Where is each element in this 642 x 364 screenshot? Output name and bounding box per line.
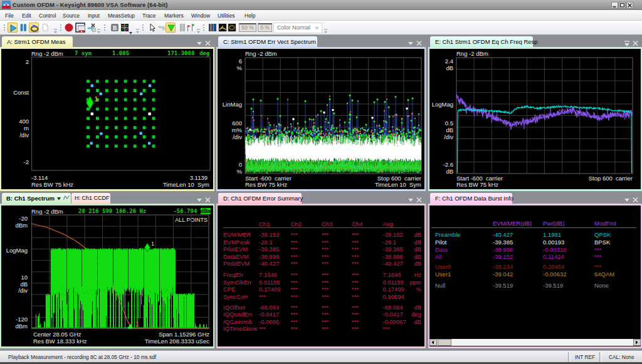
table-cell: *** (322, 279, 329, 286)
maximize-button[interactable] (619, 2, 626, 9)
toolbar-overflow-icon[interactable] (196, 26, 201, 31)
color-mode-combobox[interactable]: Color Normal (273, 23, 322, 33)
table-cell: *** (322, 271, 329, 278)
bold-b-button[interactable]: B (110, 23, 120, 33)
table-cell: -38.998 (259, 253, 279, 260)
minimize-button[interactable] (611, 2, 618, 9)
toolbar-grip[interactable] (142, 24, 144, 31)
panel-F-controls[interactable] (623, 195, 639, 202)
menu-bar: FileEditControlSourceInputMeasSetupTrace… (0, 10, 642, 21)
toolbar-overflow-icon[interactable] (324, 26, 328, 31)
eye-display-button[interactable] (227, 23, 237, 33)
trace-select-caret-icon[interactable] (57, 197, 61, 200)
menu-control[interactable]: Control (39, 13, 56, 19)
scrollbar-thumb[interactable] (438, 339, 451, 346)
playback-button[interactable] (75, 23, 85, 33)
marker-down-button[interactable] (166, 23, 176, 33)
toolbar-overflow-icon[interactable] (53, 26, 58, 31)
unit-cell: dB (414, 231, 421, 238)
table-cell: *** (352, 279, 359, 286)
record-button[interactable] (64, 23, 74, 33)
spectrum-display-button[interactable] (218, 23, 228, 33)
spectrogram-icon (208, 23, 218, 33)
panel-F-tabbar: F: Ch1 OFDM Data Burst Info (428, 192, 642, 204)
toolbar-overflow-icon[interactable] (97, 26, 101, 31)
table-cell: *** (322, 304, 329, 311)
title-bar[interactable]: Custom OFDM - Keysight 89600 VSA Softwar… (0, 0, 642, 10)
row-label: User1 (435, 271, 451, 278)
panel-C-accent-bottom (216, 189, 426, 191)
toolbar-overflow-icon[interactable] (135, 26, 140, 31)
restart-button[interactable] (29, 23, 39, 33)
tab-D[interactable]: D: Ch1 OFDM Error Summary (218, 193, 302, 204)
table-cell: -39.519 (493, 282, 513, 289)
tab-F[interactable]: F: Ch1 OFDM Data Burst Info (430, 193, 512, 204)
column-header: Avg (383, 221, 393, 227)
table-cell: 0.17409 (383, 286, 404, 293)
tab-H[interactable]: H: Ch1 CCDF (71, 193, 110, 204)
spectrogram-button[interactable] (208, 23, 218, 33)
column-header: EVM/MER(dB) (493, 220, 532, 227)
marker-flags-button[interactable] (186, 23, 196, 33)
play-button[interactable] (8, 23, 18, 33)
unit-cell: dB (414, 246, 421, 252)
toolbar-grip[interactable] (104, 24, 105, 31)
menu-input[interactable]: Input (88, 13, 100, 19)
toolbar-grip[interactable] (60, 24, 61, 31)
row-label: PmblEVM (223, 260, 250, 267)
table-cell: -39.152 (383, 231, 403, 238)
menu-source[interactable]: Source (63, 13, 80, 19)
menu-markers[interactable]: Markers (164, 13, 184, 19)
scroll-left-button[interactable] (429, 339, 437, 346)
menu-edit[interactable]: Edit (22, 13, 31, 19)
average-percent-field[interactable]: 50 % (239, 23, 256, 32)
tab-C[interactable]: C: Strm1 OFDM Err Vect Spectrum (218, 36, 317, 47)
table-cell: -40.427 (259, 260, 279, 267)
trace-type-icon[interactable] (63, 195, 70, 200)
panel-C-controls[interactable] (407, 38, 423, 45)
panel-B-controls[interactable] (196, 195, 212, 202)
toolbar-grip[interactable] (203, 24, 204, 31)
status-bar: Playback Measurement - recording 8C at 2… (0, 350, 642, 362)
panel-D-controls[interactable] (407, 195, 423, 202)
toolbar: 50 % 0 % Color Normal B (0, 21, 642, 35)
tab-B[interactable]: B: Ch1 Spectrum (2, 193, 71, 204)
header-rule (431, 227, 636, 228)
pause-button[interactable] (18, 23, 28, 33)
cursor-button[interactable] (147, 23, 157, 33)
panel-A-plot: 1 (1, 49, 213, 189)
table-cell: *** (322, 293, 329, 300)
menu-help[interactable]: Help (245, 13, 255, 19)
row-label: SyncCorr (223, 293, 248, 300)
table-cell: -39.385 (259, 246, 279, 252)
horizontal-scrollbar[interactable] (429, 339, 641, 346)
overlap-percent-field[interactable]: 0 % (258, 23, 272, 32)
table-cell: *** (352, 271, 359, 278)
scroll-right-button[interactable] (633, 339, 641, 346)
table-cell: 0.20454 (543, 263, 564, 270)
toolbar-grip[interactable] (4, 24, 5, 31)
single-button[interactable] (40, 23, 50, 33)
layout-grid-button[interactable] (120, 23, 130, 33)
table-cell: *** (322, 286, 329, 293)
menu-window[interactable]: Window (191, 13, 210, 19)
menu-meassetup[interactable]: MeasSetup (108, 13, 135, 19)
layout-caret-icon[interactable] (129, 26, 133, 29)
panel-E-controls[interactable] (623, 38, 639, 45)
panel-D-display: Ch1Ch2Ch3Ch4AvgEVM/MER-39.152*********-3… (216, 205, 426, 346)
column-header: Ch1 (259, 221, 270, 227)
table-cell: -28.1 (259, 239, 273, 246)
save-recording-button[interactable] (87, 23, 97, 33)
close-button[interactable] (626, 2, 633, 9)
spectrum-display-icon (218, 23, 228, 33)
panel-A-controls[interactable] (196, 38, 212, 45)
table-cell: *** (352, 286, 359, 293)
table-cell: -39.152 (259, 231, 279, 238)
menu-file[interactable]: File (5, 13, 14, 19)
menu-trace[interactable]: Trace (142, 13, 155, 19)
pause-icon (18, 23, 28, 33)
tab-A[interactable]: A: Strm1 OFDM Meas (2, 36, 73, 47)
tab-E[interactable]: E: Ch1 Strm1 OFDM Eq Ch Freq Resp (430, 36, 533, 47)
menu-utilities[interactable]: Utilities (218, 13, 234, 19)
panel-F: F: Ch1 OFDM Data Burst InfoEVM/MER(dB)Pw… (428, 192, 642, 348)
